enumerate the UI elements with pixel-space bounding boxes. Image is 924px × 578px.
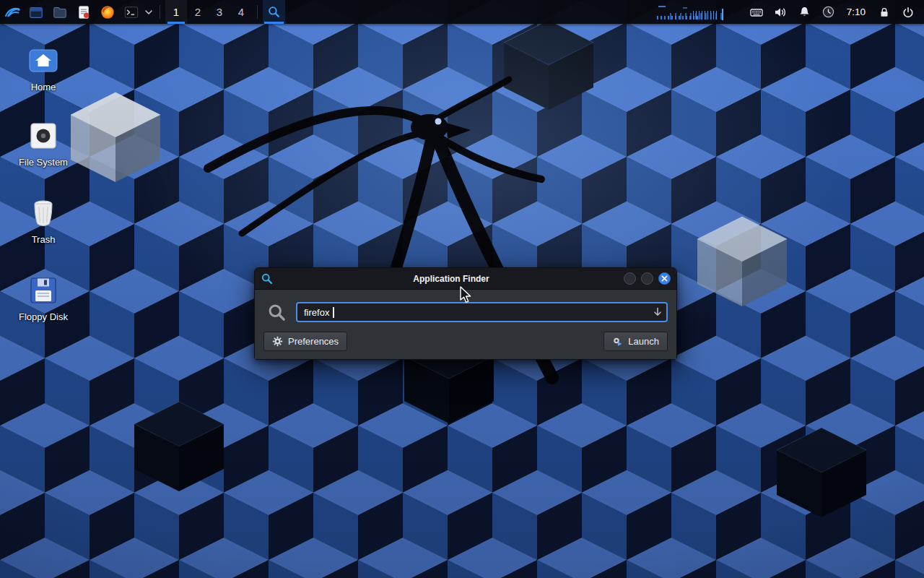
cpu-graph-widget[interactable] xyxy=(654,3,739,22)
workspace-button-2[interactable]: 2 xyxy=(187,0,209,24)
terminal-launcher[interactable] xyxy=(119,0,143,24)
gear-icon xyxy=(272,336,283,347)
graph-speck xyxy=(683,7,687,9)
application-finder-plugin-button[interactable] xyxy=(263,0,285,24)
volume-button[interactable] xyxy=(769,0,793,24)
power-button[interactable] xyxy=(896,0,920,24)
input-dropdown-arrow[interactable] xyxy=(653,307,662,317)
clock-text: 7:10 xyxy=(847,7,866,17)
arrow-down-icon xyxy=(653,307,662,317)
drive-icon xyxy=(30,120,57,152)
firefox-icon xyxy=(100,4,116,20)
status-clock-icon xyxy=(821,5,835,19)
preferences-button[interactable]: Preferences xyxy=(263,332,347,351)
search-row: firefox xyxy=(263,302,668,322)
trash-icon xyxy=(30,197,56,229)
panel-tray: 7:10 xyxy=(654,0,924,24)
file-manager-launcher[interactable] xyxy=(24,0,48,24)
chevron-down-icon xyxy=(145,9,152,15)
workspace-button-4[interactable]: 4 xyxy=(230,0,252,24)
search-query-text: firefox xyxy=(304,307,329,318)
desktop-icon-home[interactable]: Home xyxy=(10,45,77,92)
top-panel: 1 2 3 4 xyxy=(0,0,924,24)
terminal-icon xyxy=(123,4,139,20)
launch-icon xyxy=(612,336,623,347)
panel-launchers: 1 2 3 4 xyxy=(0,0,285,24)
keyboard-icon xyxy=(749,5,764,20)
desktop-icon-label: Home xyxy=(31,82,56,92)
graph-spike xyxy=(722,9,723,20)
desktop-icon-label: File System xyxy=(19,157,68,168)
text-caret xyxy=(333,307,334,318)
speaker-icon xyxy=(773,5,788,20)
search-icon xyxy=(267,5,281,19)
notifications-button[interactable] xyxy=(793,0,816,24)
panel-separator xyxy=(160,5,160,19)
search-icon xyxy=(267,303,287,322)
window-title: Application Finder xyxy=(255,274,648,284)
floppy-icon xyxy=(30,275,57,306)
desktop-icon-floppy-disk[interactable]: Floppy Disk xyxy=(10,275,77,322)
close-icon xyxy=(661,275,668,282)
desktop-icon-label: Floppy Disk xyxy=(19,311,68,322)
file-manager-icon xyxy=(28,4,44,20)
desktop-screen: 1 2 3 4 xyxy=(0,0,924,578)
workspace-label: 4 xyxy=(238,6,244,18)
workspace-label: 2 xyxy=(195,6,201,18)
text-editor-icon xyxy=(76,4,92,20)
titlebar[interactable]: Application Finder xyxy=(255,268,676,290)
workspace-button-3[interactable]: 3 xyxy=(209,0,230,24)
panel-separator xyxy=(257,5,258,19)
lock-screen-button[interactable] xyxy=(872,0,896,24)
maximize-button[interactable] xyxy=(641,272,653,285)
preferences-button-label: Preferences xyxy=(288,336,339,347)
close-button[interactable] xyxy=(658,272,671,285)
tray-status-button[interactable] xyxy=(816,0,840,24)
window-buttons xyxy=(624,272,671,285)
graph-speck xyxy=(658,6,666,7)
workspace-button-1[interactable]: 1 xyxy=(165,0,187,24)
bell-icon xyxy=(798,5,811,19)
launch-button-label: Launch xyxy=(628,336,659,347)
desktop-icon-trash[interactable]: Trash xyxy=(10,197,77,245)
clock[interactable]: 7:10 xyxy=(840,7,872,17)
application-finder-window: Application Finder xyxy=(254,267,677,360)
search-input[interactable]: firefox xyxy=(296,302,668,322)
home-folder-icon xyxy=(29,45,58,77)
workspace-label: 1 xyxy=(173,6,179,18)
application-finder-window-icon xyxy=(261,272,273,285)
folder-icon xyxy=(52,4,68,20)
folder-launcher[interactable] xyxy=(48,0,71,24)
kali-logo-icon xyxy=(4,4,21,21)
desktop-icon-file-system[interactable]: File System xyxy=(10,120,77,168)
terminal-dropdown-chevron[interactable] xyxy=(143,0,154,24)
keyboard-indicator-button[interactable] xyxy=(745,0,769,24)
desktop-icon-label: Trash xyxy=(32,234,56,245)
firefox-launcher[interactable] xyxy=(95,0,119,24)
text-editor-launcher[interactable] xyxy=(71,0,95,24)
power-icon xyxy=(902,6,915,19)
launch-button[interactable]: Launch xyxy=(603,332,668,351)
lock-icon xyxy=(878,6,891,19)
button-row: Preferences Launch xyxy=(263,332,668,351)
minimize-button[interactable] xyxy=(624,272,636,285)
kali-menu-button[interactable] xyxy=(0,0,24,24)
workspace-label: 3 xyxy=(217,6,222,18)
finder-body: firefox xyxy=(255,290,676,359)
